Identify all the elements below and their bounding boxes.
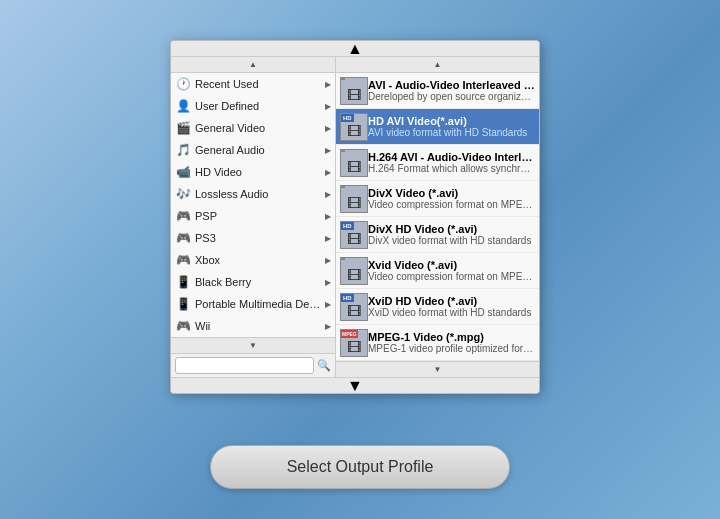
left-item-icon-general-audio: 🎵 bbox=[175, 142, 191, 158]
left-item-icon-portable-multimedia: 📱 bbox=[175, 296, 191, 312]
left-scroll-up[interactable]: ▲ bbox=[171, 57, 335, 73]
right-item-title-h264-avi: H.264 AVI - Audio-Video Interleaved... bbox=[368, 151, 535, 163]
left-item-black-berry[interactable]: 📱Black Berry▶ bbox=[171, 271, 335, 293]
right-item-xvid[interactable]: 🎞Xvid Video (*.avi)Video compression for… bbox=[336, 253, 539, 289]
left-item-label-black-berry: Black Berry bbox=[195, 276, 323, 288]
right-item-h264-avi[interactable]: 🎞H.264 AVI - Audio-Video Interleaved...H… bbox=[336, 145, 539, 181]
search-bar: 🔍 bbox=[171, 353, 335, 377]
left-item-icon-ps3: 🎮 bbox=[175, 230, 191, 246]
search-icon: 🔍 bbox=[317, 359, 331, 372]
left-item-label-general-video: General Video bbox=[195, 122, 323, 134]
left-item-general-audio[interactable]: 🎵General Audio▶ bbox=[171, 139, 335, 161]
right-item-desc-hd-avi: AVI video format with HD Standards bbox=[368, 127, 535, 138]
left-item-label-psp: PSP bbox=[195, 210, 323, 222]
right-item-title-mpeg1: MPEG-1 Video (*.mpg) bbox=[368, 331, 535, 343]
panel-scroll-down[interactable]: ▼ bbox=[171, 377, 539, 393]
left-item-icon-psp: 🎮 bbox=[175, 208, 191, 224]
left-item-arrow-portable-multimedia: ▶ bbox=[325, 300, 331, 309]
left-item-label-user-defined: User Defined bbox=[195, 100, 323, 112]
left-item-label-wii: Wii bbox=[195, 320, 323, 332]
profile-selector-panel: ▲ ▲ 🕐Recent Used▶👤User Defined▶🎬General … bbox=[170, 40, 540, 394]
right-item-title-divx: DivX Video (*.avi) bbox=[368, 187, 535, 199]
right-item-divx[interactable]: 🎞DivX Video (*.avi)Video compression for… bbox=[336, 181, 539, 217]
right-item-desc-xvid: Video compression format on MPEG4,devel.… bbox=[368, 271, 535, 282]
left-item-portable-multimedia[interactable]: 📱Portable Multimedia Dev...▶ bbox=[171, 293, 335, 315]
left-item-label-ps3: PS3 bbox=[195, 232, 323, 244]
right-item-title-avi: AVI - Audio-Video Interleaved (*.avi) bbox=[368, 79, 535, 91]
left-item-icon-hd-video: 📹 bbox=[175, 164, 191, 180]
left-item-label-portable-multimedia: Portable Multimedia Dev... bbox=[195, 298, 323, 310]
left-item-arrow-psp: ▶ bbox=[325, 212, 331, 221]
left-item-arrow-black-berry: ▶ bbox=[325, 278, 331, 287]
left-item-arrow-recent-used: ▶ bbox=[325, 80, 331, 89]
scroll-down-icon: ▼ bbox=[347, 377, 363, 395]
right-item-desc-divx: Video compression format on MPEG4,with D… bbox=[368, 199, 535, 210]
left-item-label-xbox: Xbox bbox=[195, 254, 323, 266]
left-item-icon-general-video: 🎬 bbox=[175, 120, 191, 136]
left-item-icon-lossless-audio: 🎶 bbox=[175, 186, 191, 202]
right-scroll-up[interactable]: ▲ bbox=[336, 57, 539, 73]
right-items-list: 🎞AVI - Audio-Video Interleaved (*.avi)De… bbox=[336, 73, 539, 361]
right-item-divx-hd[interactable]: HD🎞DivX HD Video (*.avi)DivX video forma… bbox=[336, 217, 539, 253]
left-scroll-down-icon: ▼ bbox=[249, 341, 257, 350]
left-item-label-recent-used: Recent Used bbox=[195, 78, 323, 90]
right-item-xvid-hd[interactable]: HD🎞XviD HD Video (*.avi)XviD video forma… bbox=[336, 289, 539, 325]
right-item-desc-divx-hd: DivX video format with HD standards bbox=[368, 235, 535, 246]
left-item-hd-video[interactable]: 📹HD Video▶ bbox=[171, 161, 335, 183]
left-scroll-up-icon: ▲ bbox=[249, 60, 257, 69]
left-item-icon-black-berry: 📱 bbox=[175, 274, 191, 290]
left-item-arrow-hd-video: ▶ bbox=[325, 168, 331, 177]
right-scroll-down-icon: ▼ bbox=[434, 365, 442, 374]
right-item-icon-hd-avi: HD🎞 bbox=[340, 113, 368, 141]
left-item-arrow-lossless-audio: ▶ bbox=[325, 190, 331, 199]
left-item-arrow-wii: ▶ bbox=[325, 322, 331, 331]
left-item-icon-wii: 🎮 bbox=[175, 318, 191, 334]
left-item-arrow-ps3: ▶ bbox=[325, 234, 331, 243]
left-item-xbox[interactable]: 🎮Xbox▶ bbox=[171, 249, 335, 271]
left-item-psp[interactable]: 🎮PSP▶ bbox=[171, 205, 335, 227]
bottom-button-area: Select Output Profile bbox=[210, 445, 510, 489]
right-item-icon-xvid: 🎞 bbox=[340, 257, 368, 285]
right-item-avi[interactable]: 🎞AVI - Audio-Video Interleaved (*.avi)De… bbox=[336, 73, 539, 109]
left-item-arrow-user-defined: ▶ bbox=[325, 102, 331, 111]
left-scroll-down[interactable]: ▼ bbox=[171, 337, 335, 353]
right-item-icon-h264-avi: 🎞 bbox=[340, 149, 368, 177]
right-item-mpeg1[interactable]: MPEG🎞MPEG-1 Video (*.mpg)MPEG-1 video pr… bbox=[336, 325, 539, 361]
select-output-profile-button[interactable]: Select Output Profile bbox=[210, 445, 510, 489]
left-item-arrow-general-audio: ▶ bbox=[325, 146, 331, 155]
right-item-icon-xvid-hd: HD🎞 bbox=[340, 293, 368, 321]
right-item-desc-h264-avi: H.264 Format which allows synchronous au… bbox=[368, 163, 535, 174]
left-item-icon-xbox: 🎮 bbox=[175, 252, 191, 268]
right-item-desc-xvid-hd: XviD video format with HD standards bbox=[368, 307, 535, 318]
left-item-general-video[interactable]: 🎬General Video▶ bbox=[171, 117, 335, 139]
left-items-list: 🕐Recent Used▶👤User Defined▶🎬General Vide… bbox=[171, 73, 335, 337]
right-item-icon-divx: 🎞 bbox=[340, 185, 368, 213]
left-column: ▲ 🕐Recent Used▶👤User Defined▶🎬General Vi… bbox=[171, 57, 336, 377]
right-item-icon-mpeg1: MPEG🎞 bbox=[340, 329, 368, 357]
left-item-arrow-general-video: ▶ bbox=[325, 124, 331, 133]
left-item-user-defined[interactable]: 👤User Defined▶ bbox=[171, 95, 335, 117]
right-scroll-up-icon: ▲ bbox=[434, 60, 442, 69]
right-item-title-divx-hd: DivX HD Video (*.avi) bbox=[368, 223, 535, 235]
right-item-desc-mpeg1: MPEG-1 video profile optimized for telev… bbox=[368, 343, 535, 354]
left-item-icon-user-defined: 👤 bbox=[175, 98, 191, 114]
left-item-lossless-audio[interactable]: 🎶Lossless Audio▶ bbox=[171, 183, 335, 205]
search-input[interactable] bbox=[175, 357, 314, 374]
left-item-recent-used[interactable]: 🕐Recent Used▶ bbox=[171, 73, 335, 95]
right-scroll-down[interactable]: ▼ bbox=[336, 361, 539, 377]
right-item-title-xvid-hd: XviD HD Video (*.avi) bbox=[368, 295, 535, 307]
left-item-arrow-xbox: ▶ bbox=[325, 256, 331, 265]
left-item-ps3[interactable]: 🎮PS3▶ bbox=[171, 227, 335, 249]
right-item-icon-divx-hd: HD🎞 bbox=[340, 221, 368, 249]
right-item-hd-avi[interactable]: HD🎞HD AVI Video(*.avi)AVI video format w… bbox=[336, 109, 539, 145]
right-column: ▲ 🎞AVI - Audio-Video Interleaved (*.avi)… bbox=[336, 57, 539, 377]
left-item-label-lossless-audio: Lossless Audio bbox=[195, 188, 323, 200]
left-item-label-general-audio: General Audio bbox=[195, 144, 323, 156]
panel-scroll-up[interactable]: ▲ bbox=[171, 41, 539, 57]
scroll-up-icon: ▲ bbox=[347, 40, 363, 58]
right-item-title-hd-avi: HD AVI Video(*.avi) bbox=[368, 115, 535, 127]
left-item-icon-recent-used: 🕐 bbox=[175, 76, 191, 92]
left-item-wii[interactable]: 🎮Wii▶ bbox=[171, 315, 335, 337]
right-item-icon-avi: 🎞 bbox=[340, 77, 368, 105]
right-item-title-xvid: Xvid Video (*.avi) bbox=[368, 259, 535, 271]
